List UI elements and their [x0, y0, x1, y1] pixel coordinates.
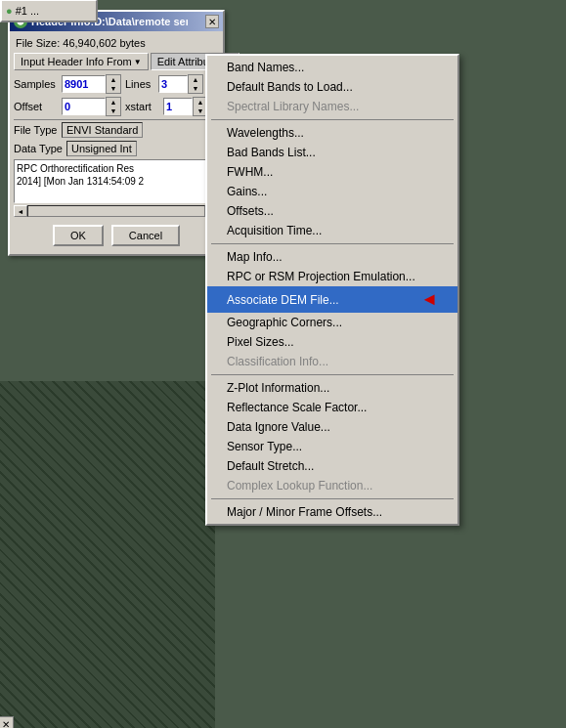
menu-item-label-wavelengths: Wavelengths... — [227, 126, 304, 140]
menu-item-default-bands[interactable]: Default Bands to Load... — [207, 77, 457, 97]
data-type-label: Data Type — [14, 143, 63, 154]
menu-item-map-info[interactable]: Map Info... — [207, 247, 457, 267]
input-header-dropdown-arrow: ▼ — [134, 58, 142, 66]
lines-down-btn[interactable]: ▼ — [189, 84, 202, 93]
samples-down-btn[interactable]: ▼ — [107, 84, 120, 93]
menu-item-gains[interactable]: Gains... — [207, 182, 457, 201]
menu-item-label-map-info: Map Info... — [227, 250, 283, 264]
lines-spinner: ▲ ▼ — [158, 74, 203, 94]
input-header-btn[interactable]: Input Header Info From ▼ — [14, 53, 149, 70]
taskbar-item[interactable]: ● #1 ... — [0, 0, 98, 22]
taskbar-icon: ● — [6, 5, 13, 17]
bottom-buttons: OK Cancel — [14, 221, 219, 250]
menu-separator-10 — [211, 243, 454, 244]
menu-item-label-offsets: Offsets... — [227, 204, 274, 218]
menu-item-reflectance-scale[interactable]: Reflectance Scale Factor... — [207, 398, 457, 417]
menu-item-label-spectral-library: Spectral Library Names... — [227, 100, 359, 113]
menu-item-sensor-type[interactable]: Sensor Type... — [207, 437, 457, 456]
menu-item-classification-info: Classification Info... — [207, 352, 457, 371]
scroll-track[interactable] — [27, 205, 205, 217]
offset-down-btn[interactable]: ▼ — [107, 107, 120, 115]
header-info-dialog: ⬤ Header Info:D:\Data\remote sensing dat… — [8, 10, 225, 256]
file-type-value: ENVI Standard — [62, 122, 143, 138]
menu-item-label-default-bands: Default Bands to Load... — [227, 80, 353, 94]
data-type-value: Unsigned Int — [66, 141, 137, 156]
xstart-label: xstart — [125, 101, 159, 112]
menu-item-label-default-stretch: Default Stretch... — [227, 459, 314, 473]
menu-separator-17 — [211, 374, 454, 375]
offset-xstart-row: Offset ▲ ▼ xstart ▲ ▼ — [14, 97, 219, 116]
samples-label: Samples — [14, 78, 58, 90]
menu-item-z-plot[interactable]: Z-Plot Information... — [207, 378, 457, 398]
edit-attributes-menu: Band Names...Default Bands to Load...Spe… — [205, 54, 459, 526]
description-content: RPC Orthorectification Res 2014] [Mon Ja… — [17, 163, 144, 187]
description-container: RPC Orthorectification Res 2014] [Mon Ja… — [14, 159, 219, 203]
menu-item-pixel-sizes[interactable]: Pixel Sizes... — [207, 332, 457, 352]
separator-1 — [14, 119, 219, 120]
samples-up-btn[interactable]: ▲ — [107, 75, 120, 84]
menu-item-geographic-corners[interactable]: Geographic Corners... — [207, 313, 457, 332]
taskbar-label: #1 ... — [16, 5, 39, 17]
offset-input[interactable] — [62, 98, 106, 115]
lines-up-btn[interactable]: ▲ — [189, 75, 202, 84]
menu-item-label-gains: Gains... — [227, 185, 267, 198]
horizontal-scrollbar: ◄ ► — [14, 205, 219, 217]
menu-item-wavelengths[interactable]: Wavelengths... — [207, 123, 457, 143]
xstart-input[interactable] — [163, 98, 193, 115]
dialog-body: File Size: 46,940,602 bytes Input Header… — [10, 31, 223, 254]
lines-label: Lines — [125, 78, 154, 90]
menu-separator-24 — [211, 498, 454, 499]
offset-up-btn[interactable]: ▲ — [107, 98, 120, 107]
menu-item-label-rpc-projection: RPC or RSM Projection Emulation... — [227, 270, 415, 283]
menu-item-label-band-names: Band Names... — [227, 61, 304, 74]
menu-item-label-data-ignore: Data Ignore Value... — [227, 420, 330, 434]
menu-item-label-pixel-sizes: Pixel Sizes... — [227, 335, 294, 349]
data-type-row: Data Type Unsigned Int — [14, 141, 219, 156]
cancel-button[interactable]: Cancel — [111, 225, 180, 246]
menu-item-offsets[interactable]: Offsets... — [207, 201, 457, 221]
menu-item-label-complex-lookup: Complex Lookup Function... — [227, 479, 372, 492]
menu-separator-3 — [211, 119, 454, 120]
menu-item-label-classification-info: Classification Info... — [227, 355, 328, 368]
file-type-row: File Type ENVI Standard — [14, 122, 219, 138]
samples-lines-row: Samples ▲ ▼ Lines ▲ ▼ — [14, 74, 219, 94]
menu-item-rpc-projection[interactable]: RPC or RSM Projection Emulation... — [207, 267, 457, 286]
menu-item-label-acquisition-time: Acquisition Time... — [227, 224, 322, 237]
menu-item-label-major-minor: Major / Minor Frame Offsets... — [227, 505, 382, 519]
menu-item-acquisition-time[interactable]: Acquisition Time... — [207, 221, 457, 240]
menu-item-label-sensor-type: Sensor Type... — [227, 440, 302, 453]
menu-item-major-minor[interactable]: Major / Minor Frame Offsets... — [207, 502, 457, 522]
samples-arrows: ▲ ▼ — [106, 74, 121, 94]
taskbar-close-btn[interactable]: ✕ — [0, 716, 14, 728]
offset-label: Offset — [14, 101, 58, 112]
menu-item-default-stretch[interactable]: Default Stretch... — [207, 456, 457, 476]
file-size-value: 46,940,602 bytes — [63, 37, 145, 49]
lines-arrows: ▲ ▼ — [188, 74, 203, 94]
menu-item-label-fwhm: FWHM... — [227, 165, 273, 179]
menu-item-label-geographic-corners: Geographic Corners... — [227, 316, 342, 329]
menu-item-band-names[interactable]: Band Names... — [207, 58, 457, 77]
menu-item-arrow-associate-dem: ◄ — [420, 289, 438, 310]
description-text[interactable]: RPC Orthorectification Res 2014] [Mon Ja… — [14, 159, 219, 203]
lines-input[interactable] — [158, 75, 188, 93]
ok-button[interactable]: OK — [53, 225, 104, 246]
offset-arrows: ▲ ▼ — [106, 97, 121, 116]
menu-item-label-z-plot: Z-Plot Information... — [227, 381, 329, 395]
samples-input[interactable] — [62, 75, 106, 93]
toolbar-row: Input Header Info From ▼ Edit Attributes… — [14, 53, 219, 70]
samples-spinner: ▲ ▼ — [62, 74, 121, 94]
offset-spinner: ▲ ▼ — [62, 97, 121, 116]
menu-item-data-ignore[interactable]: Data Ignore Value... — [207, 417, 457, 437]
xstart-spinner: ▲ ▼ — [163, 97, 208, 116]
scroll-left-btn[interactable]: ◄ — [14, 205, 27, 217]
file-type-label: File Type — [14, 124, 58, 136]
menu-item-bad-bands[interactable]: Bad Bands List... — [207, 143, 457, 162]
window-close-btn[interactable]: ✕ — [205, 15, 219, 28]
menu-item-fwhm[interactable]: FWHM... — [207, 162, 457, 182]
file-size-label: File Size: — [16, 37, 60, 49]
file-size-row: File Size: 46,940,602 bytes — [14, 35, 219, 53]
menu-item-label-reflectance-scale: Reflectance Scale Factor... — [227, 401, 367, 414]
menu-item-spectral-library: Spectral Library Names... — [207, 97, 457, 116]
menu-item-complex-lookup: Complex Lookup Function... — [207, 476, 457, 495]
menu-item-associate-dem[interactable]: Associate DEM File...◄ — [207, 286, 457, 313]
